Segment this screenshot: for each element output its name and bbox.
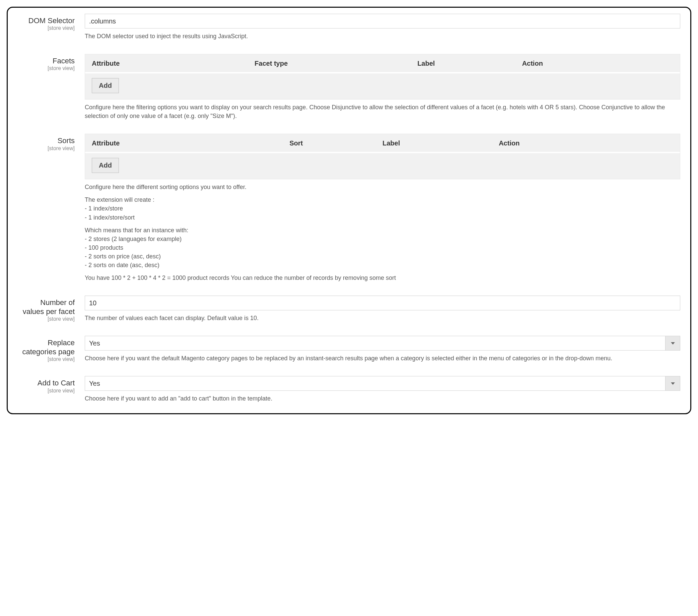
value-col: Attribute Sort Label Action Add Configur… bbox=[85, 134, 680, 282]
add-to-cart-select[interactable]: Yes bbox=[85, 376, 680, 391]
field-num-values: Number of values per facet [store view] … bbox=[18, 296, 680, 323]
sorts-grid: Attribute Sort Label Action Add bbox=[85, 134, 680, 179]
select-value: Yes bbox=[85, 377, 665, 391]
field-facets: Facets [store view] Attribute Facet type… bbox=[18, 54, 680, 120]
label-col: Sorts [store view] bbox=[18, 134, 85, 151]
facets-grid-body: Add bbox=[85, 72, 680, 99]
num-values-input[interactable] bbox=[85, 296, 680, 310]
field-label: Sorts bbox=[18, 136, 75, 145]
help-text: The DOM selector used to inject the resu… bbox=[85, 32, 680, 41]
label-col: Add to Cart [store view] bbox=[18, 376, 85, 394]
col-action: Action bbox=[499, 139, 673, 147]
value-col: Attribute Facet type Label Action Add Co… bbox=[85, 54, 680, 120]
label-col: Replace categories page [store view] bbox=[18, 336, 85, 362]
help-text: Choose here if you want the default Mage… bbox=[85, 354, 680, 362]
help-text: Choose here if you want to add an "add t… bbox=[85, 394, 680, 403]
facets-grid-header: Attribute Facet type Label Action bbox=[85, 54, 680, 72]
col-sort: Sort bbox=[289, 139, 382, 147]
field-sorts: Sorts [store view] Attribute Sort Label … bbox=[18, 134, 680, 282]
value-col: Yes Choose here if you want to add an "a… bbox=[85, 376, 680, 403]
sorts-grid-header: Attribute Sort Label Action bbox=[85, 134, 680, 152]
col-action: Action bbox=[522, 60, 673, 67]
help-text: Configure here the filtering options you… bbox=[85, 103, 680, 120]
label-col: Facets [store view] bbox=[18, 54, 85, 71]
field-label: Add to Cart bbox=[18, 379, 75, 387]
facets-grid: Attribute Facet type Label Action Add bbox=[85, 54, 680, 99]
scope-label: [store view] bbox=[18, 356, 75, 362]
field-dom-selector: DOM Selector [store view] The DOM select… bbox=[18, 14, 680, 41]
scope-label: [store view] bbox=[18, 388, 75, 394]
select-toggle[interactable] bbox=[665, 336, 680, 350]
config-panel: DOM Selector [store view] The DOM select… bbox=[7, 7, 691, 414]
scope-label: [store view] bbox=[18, 65, 75, 71]
scope-label: [store view] bbox=[18, 316, 75, 322]
col-facet-type: Facet type bbox=[254, 60, 417, 67]
select-value: Yes bbox=[85, 336, 665, 350]
sorts-help-create: The extension will create : - 1 index/st… bbox=[85, 195, 680, 221]
sorts-help-intro: Configure here the different sorting opt… bbox=[85, 183, 680, 191]
help-text: The number of values each facet can disp… bbox=[85, 314, 680, 323]
label-col: DOM Selector [store view] bbox=[18, 14, 85, 31]
field-label: Replace categories page bbox=[18, 339, 75, 356]
label-col: Number of values per facet [store view] bbox=[18, 296, 85, 322]
col-label: Label bbox=[382, 139, 499, 147]
select-toggle[interactable] bbox=[665, 377, 680, 391]
field-label: DOM Selector bbox=[18, 16, 75, 25]
facets-add-button[interactable]: Add bbox=[92, 78, 119, 93]
sorts-help-total: You have 100 * 2 + 100 * 4 * 2 = 1000 pr… bbox=[85, 273, 680, 282]
col-label: Label bbox=[417, 60, 522, 67]
field-label: Number of values per facet bbox=[18, 298, 75, 316]
sorts-help-means: Which means that for an instance with: -… bbox=[85, 226, 680, 270]
value-col: The number of values each facet can disp… bbox=[85, 296, 680, 323]
field-label: Facets bbox=[18, 57, 75, 65]
value-col: Yes Choose here if you want the default … bbox=[85, 336, 680, 362]
replace-categories-select[interactable]: Yes bbox=[85, 336, 680, 351]
caret-down-icon bbox=[671, 382, 675, 385]
dom-selector-input[interactable] bbox=[85, 14, 680, 28]
value-col: The DOM selector used to inject the resu… bbox=[85, 14, 680, 41]
sorts-grid-body: Add bbox=[85, 152, 680, 179]
caret-down-icon bbox=[671, 342, 675, 344]
scope-label: [store view] bbox=[18, 25, 75, 31]
scope-label: [store view] bbox=[18, 146, 75, 151]
field-replace-categories: Replace categories page [store view] Yes… bbox=[18, 336, 680, 362]
col-attribute: Attribute bbox=[92, 60, 254, 67]
field-add-to-cart: Add to Cart [store view] Yes Choose here… bbox=[18, 376, 680, 403]
sorts-add-button[interactable]: Add bbox=[92, 158, 119, 173]
col-attribute: Attribute bbox=[92, 139, 289, 147]
help-text: Configure here the different sorting opt… bbox=[85, 183, 680, 282]
